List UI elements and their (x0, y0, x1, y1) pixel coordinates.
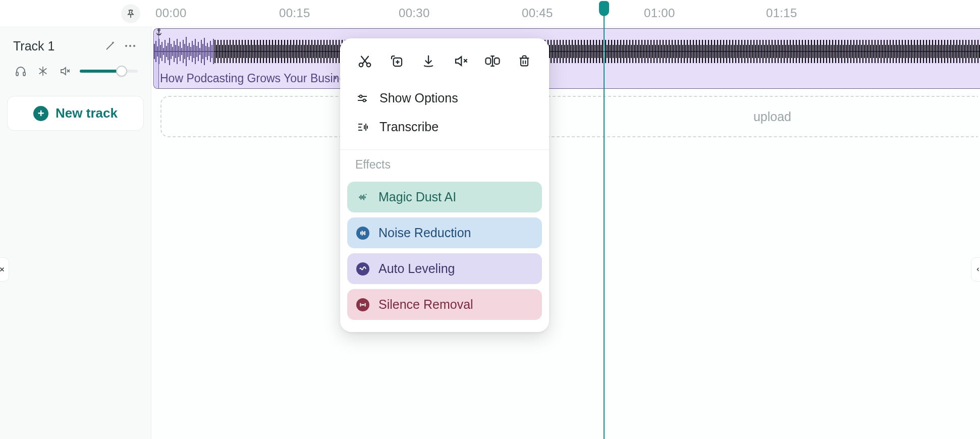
tracks-sidebar: Track 1 (0, 27, 151, 439)
sliders-icon (355, 91, 369, 105)
new-track-button[interactable]: + New track (7, 96, 144, 131)
audio-clip[interactable]: How Podcasting Grows Your Business • • • (153, 28, 980, 89)
svg-rect-41 (202, 44, 203, 59)
upload-label: upload (753, 109, 791, 124)
ruler-tick: 01:15 (766, 6, 797, 20)
svg-rect-3 (16, 72, 18, 76)
expand-left-panel[interactable] (0, 257, 9, 282)
rename-icon[interactable] (482, 50, 503, 72)
svg-rect-26 (180, 42, 181, 61)
svg-rect-53 (214, 40, 980, 63)
svg-rect-15 (163, 48, 164, 55)
new-track-label: New track (56, 105, 118, 121)
svg-rect-30 (186, 37, 187, 66)
effect-silence-removal[interactable]: Silence Removal (347, 289, 542, 320)
timeline-ruler[interactable]: 00:00 00:15 00:30 00:45 01:00 01:15 (0, 0, 980, 27)
track-controls (0, 60, 151, 88)
menu-label: Show Options (379, 91, 458, 105)
svg-point-0 (125, 45, 127, 47)
svg-rect-34 (192, 41, 193, 62)
svg-rect-12 (158, 39, 159, 64)
add-to-icon[interactable] (386, 50, 407, 72)
svg-rect-20 (171, 44, 172, 59)
svg-rect-10 (155, 41, 156, 62)
svg-rect-19 (169, 38, 170, 65)
svg-rect-4 (23, 72, 25, 76)
svg-rect-45 (208, 47, 209, 56)
marker-button[interactable] (121, 4, 140, 23)
transcribe-icon (355, 120, 369, 134)
svg-rect-13 (160, 45, 161, 58)
track-name[interactable]: Track 1 (13, 39, 97, 53)
svg-rect-32 (189, 43, 190, 60)
cut-icon[interactable] (354, 50, 375, 72)
volume-slider[interactable] (80, 66, 138, 77)
menu-show-options[interactable]: Show Options (340, 84, 549, 113)
svg-rect-28 (183, 40, 184, 63)
ruler-tick: 00:30 (399, 6, 430, 20)
svg-rect-59 (485, 58, 491, 64)
svg-rect-35 (193, 45, 194, 58)
upload-dropzone[interactable]: upload (160, 96, 978, 137)
more-icon[interactable] (123, 38, 138, 53)
ruler-tick: 01:00 (644, 6, 675, 20)
svg-rect-21 (172, 47, 173, 56)
silence-icon (356, 298, 369, 311)
svg-rect-14 (161, 42, 162, 61)
mute-clip-icon[interactable] (450, 50, 471, 72)
svg-point-1 (129, 45, 131, 47)
menu-transcribe[interactable]: Transcribe (340, 113, 549, 141)
svg-rect-38 (198, 42, 199, 61)
ruler-tick: 00:15 (279, 6, 310, 20)
svg-rect-60 (494, 58, 499, 64)
mute-icon[interactable] (58, 64, 73, 79)
svg-rect-40 (201, 40, 202, 63)
svg-point-7 (158, 29, 160, 31)
volume-handle[interactable] (116, 66, 127, 77)
sparkle-wave-icon (356, 191, 369, 204)
svg-point-55 (367, 63, 371, 67)
svg-rect-44 (207, 43, 208, 60)
svg-rect-22 (174, 41, 175, 62)
menu-label: Transcribe (379, 120, 439, 134)
expand-right-panel[interactable] (971, 257, 980, 282)
headphones-icon[interactable] (13, 64, 28, 79)
svg-rect-18 (168, 43, 169, 60)
track-header: Track 1 (0, 27, 151, 60)
svg-rect-27 (181, 48, 182, 55)
svg-rect-39 (199, 48, 200, 55)
clip-title: How Podcasting Grows Your Business (160, 72, 357, 85)
svg-rect-46 (210, 41, 211, 62)
plus-icon: + (33, 106, 48, 121)
divider (340, 149, 549, 150)
effect-label: Auto Leveling (378, 261, 455, 276)
svg-rect-29 (184, 44, 185, 59)
effect-noise-reduction[interactable]: Noise Reduction (347, 217, 542, 248)
svg-rect-62 (521, 58, 528, 66)
snowflake-icon[interactable] (35, 64, 50, 79)
svg-point-68 (363, 99, 366, 101)
svg-rect-11 (157, 46, 158, 57)
effect-label: Magic Dust AI (378, 190, 456, 204)
svg-rect-37 (196, 46, 197, 57)
svg-rect-42 (204, 38, 205, 65)
playhead-handle[interactable] (599, 1, 609, 16)
effect-magic-dust-ai[interactable]: Magic Dust AI (347, 182, 542, 212)
svg-rect-36 (195, 39, 196, 64)
svg-point-54 (359, 63, 363, 67)
effect-label: Silence Removal (378, 297, 473, 312)
svg-rect-24 (177, 39, 178, 64)
clip-context-menu: Show Options Transcribe Effects Magic Du… (340, 38, 549, 332)
svg-rect-16 (165, 40, 166, 63)
noise-icon (356, 227, 369, 240)
playhead[interactable] (604, 3, 605, 439)
enhance-icon[interactable] (102, 38, 118, 53)
download-icon[interactable] (418, 50, 439, 72)
effect-auto-leveling[interactable]: Auto Leveling (347, 253, 542, 284)
effect-label: Noise Reduction (378, 226, 471, 240)
effects-heading: Effects (340, 157, 549, 177)
wave-icon (356, 262, 369, 276)
ruler-tick: 00:00 (155, 6, 187, 20)
timeline-area[interactable]: How Podcasting Grows Your Business • • •… (151, 27, 980, 439)
delete-icon[interactable] (514, 50, 535, 72)
